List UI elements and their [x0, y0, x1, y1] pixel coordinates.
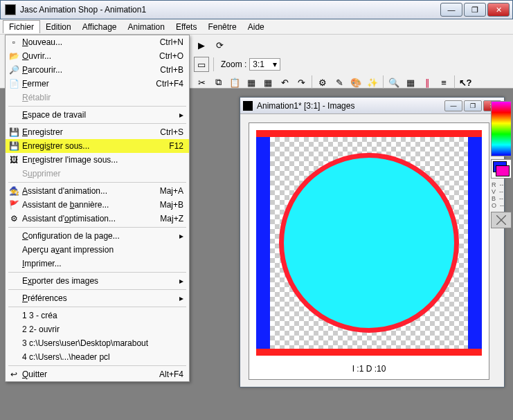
menu-item-parcourir[interactable]: 🔎Parcourir...Ctrl+B: [6, 63, 189, 77]
menu-affichage[interactable]: Affichage: [77, 21, 123, 33]
menu-effets[interactable]: Effets: [170, 21, 202, 33]
menu-aide[interactable]: Aide: [242, 21, 270, 33]
canvas-red-border: [256, 130, 482, 356]
menu-item-assistant-d-animation[interactable]: 🧙Assistant d'animation...Maj+A: [6, 184, 189, 198]
color-swatches[interactable]: [491, 159, 512, 179]
menu-item-enregistrer[interactable]: 💾EnregistrerCtrl+S: [6, 125, 189, 139]
menu-shortcut: F12: [169, 141, 183, 151]
menu-separator: [8, 182, 186, 183]
menu-item-label: Configuration de la page...: [22, 231, 179, 241]
menu-item-quitter[interactable]: ↩QuitterAlt+F4: [6, 367, 189, 381]
loop-icon[interactable]: ⟳: [212, 37, 227, 53]
background-color[interactable]: [496, 165, 510, 176]
rect-tool-icon[interactable]: ▭: [194, 57, 209, 72]
menu-fenetre[interactable]: Fenêtre: [202, 21, 242, 33]
menu-item-assistant-de-banni-re[interactable]: 🚩Assistant de bannière...Maj+B: [6, 198, 189, 212]
open-icon: 📂: [6, 51, 22, 61]
menu-item-label: Exporter des images: [22, 276, 179, 286]
menu-item-supprimer: Supprimer: [6, 167, 189, 181]
app-title: Jasc Animation Shop - Animation1: [20, 5, 440, 15]
copy-icon[interactable]: ⧉: [210, 75, 226, 90]
menu-item-pr-f-rences[interactable]: Préférences▸: [6, 291, 189, 305]
menu-separator: [8, 123, 186, 124]
menu-item-label: Préférences: [22, 293, 179, 303]
zoom-icon[interactable]: 🔍: [386, 75, 402, 90]
fichier-menu: ▫Nouveau...Ctrl+N📂Ouvrir...Ctrl+O🔎Parcou…: [5, 35, 190, 382]
banner-icon: 🚩: [6, 200, 22, 210]
menu-item-label: Enregistrer sous...: [22, 141, 169, 151]
menu-item-label: Supprimer: [22, 169, 183, 179]
menu-shortcut: Maj+Z: [160, 214, 183, 223]
frame-status: I :1 D :10: [249, 364, 489, 374]
child-app-icon: [243, 101, 253, 111]
menu-item-espace-de-travail[interactable]: Espace de travail▸: [6, 108, 189, 122]
brush-icon[interactable]: ✎: [332, 75, 347, 90]
fx-icon[interactable]: ✨: [365, 75, 380, 90]
menu-item-assistant-d-optimisation[interactable]: ⚙Assistant d'optimisation...Maj+Z: [6, 212, 189, 226]
menu-edition[interactable]: Edition: [40, 21, 77, 33]
menu-bar: Fichier Edition Affichage Animation Effe…: [0, 19, 513, 35]
menu-item-label: Assistant de bannière...: [22, 200, 160, 210]
layers-icon[interactable]: ≡: [436, 75, 451, 90]
menu-shortcut: Ctrl+N: [160, 37, 183, 47]
undo-icon[interactable]: ↶: [277, 75, 292, 90]
save-icon: 💾: [6, 127, 22, 137]
menu-shortcut: Alt+F4: [159, 369, 183, 379]
menu-item-label: Rétablir: [22, 93, 183, 102]
no-color-icon[interactable]: [491, 212, 512, 228]
child-maximize-button[interactable]: ❐: [464, 100, 482, 111]
menu-shortcut: Ctrl+O: [159, 51, 183, 61]
play-icon[interactable]: ▶: [194, 37, 209, 53]
menu-shortcut: ▸: [179, 110, 183, 120]
close-icon: 📄: [6, 79, 22, 89]
color-palette: R -- V -- B -- O --: [489, 97, 513, 228]
child-title: Animation1* [3:1] - Images: [257, 101, 444, 111]
menu-item-exporter-des-images[interactable]: Exporter des images▸: [6, 274, 189, 288]
menu-item-ouvrir[interactable]: 📂Ouvrir...Ctrl+O: [6, 49, 189, 63]
bars-icon[interactable]: ∥: [420, 75, 435, 90]
palette-icon[interactable]: 🎨: [348, 75, 363, 90]
menu-item-label: 2 2- ouvrir: [22, 325, 183, 334]
child-title-bar[interactable]: Animation1* [3:1] - Images — ❐ ✕: [240, 98, 504, 114]
menu-item-configuration-de-la-page[interactable]: Configuration de la page...▸: [6, 229, 189, 243]
menu-shortcut: Ctrl+F4: [156, 79, 183, 89]
browse-icon: 🔎: [6, 65, 22, 75]
menu-shortcut: Maj+B: [160, 200, 183, 210]
help-icon[interactable]: ↖?: [458, 75, 473, 90]
menu-shortcut: Ctrl+S: [160, 127, 183, 137]
menu-item-4-c-users-header-pcl[interactable]: 4 c:\Users\...\header pcl: [6, 350, 189, 364]
menu-fichier[interactable]: Fichier: [3, 20, 40, 33]
menu-item-label: Enregistrer l'image sous...: [22, 155, 183, 165]
menu-item-nouveau[interactable]: ▫Nouveau...Ctrl+N: [6, 35, 189, 49]
frames2-icon[interactable]: ▦: [260, 75, 276, 90]
menu-item-aper-u-avant-impression[interactable]: Aperçu avant impression: [6, 243, 189, 257]
grid-icon[interactable]: ▦: [403, 75, 418, 90]
menu-separator: [8, 272, 186, 273]
menu-item-imprimer[interactable]: Imprimer...: [6, 257, 189, 271]
color-gradient[interactable]: [491, 101, 512, 156]
menu-item-enregistrer-l-image-sous[interactable]: 🖼Enregistrer l'image sous...: [6, 153, 189, 167]
menu-item-2-2-ouvrir[interactable]: 2 2- ouvrir: [6, 322, 189, 336]
menu-item-label: 1 3 - créa: [22, 311, 183, 320]
window-maximize-button[interactable]: ❐: [464, 3, 486, 17]
menu-item-fermer[interactable]: 📄FermerCtrl+F4: [6, 77, 189, 91]
frames-icon[interactable]: ▦: [244, 75, 259, 90]
zoom-combo[interactable]: 3:1 ▾: [249, 58, 280, 71]
link-icon[interactable]: ⚙: [315, 75, 330, 90]
wizard-icon: 🧙: [6, 186, 22, 196]
redo-icon[interactable]: ↷: [294, 75, 309, 90]
animation-window[interactable]: Animation1* [3:1] - Images — ❐ ✕ I :1 D …: [240, 97, 505, 387]
menu-item-enregistrer-sous[interactable]: 💾Enregistrer sous...F12: [6, 139, 189, 153]
zoom-value: 3:1: [253, 60, 264, 69]
menu-item-label: Assistant d'optimisation...: [22, 214, 160, 223]
window-close-button[interactable]: ✕: [487, 3, 510, 17]
menu-animation[interactable]: Animation: [123, 21, 170, 33]
paste-icon[interactable]: 📋: [227, 75, 242, 90]
menu-item-label: Fermer: [22, 79, 156, 89]
menu-item-3-c-users-user-desktop-marabout[interactable]: 3 c:\Users\user\Desktop\marabout: [6, 336, 189, 350]
menu-item-1-3-cr-a[interactable]: 1 3 - créa: [6, 309, 189, 322]
child-minimize-button[interactable]: —: [444, 100, 462, 111]
frame-container: I :1 D :10: [249, 122, 489, 380]
window-minimize-button[interactable]: —: [440, 3, 462, 17]
cut-icon[interactable]: ✂: [194, 75, 209, 90]
